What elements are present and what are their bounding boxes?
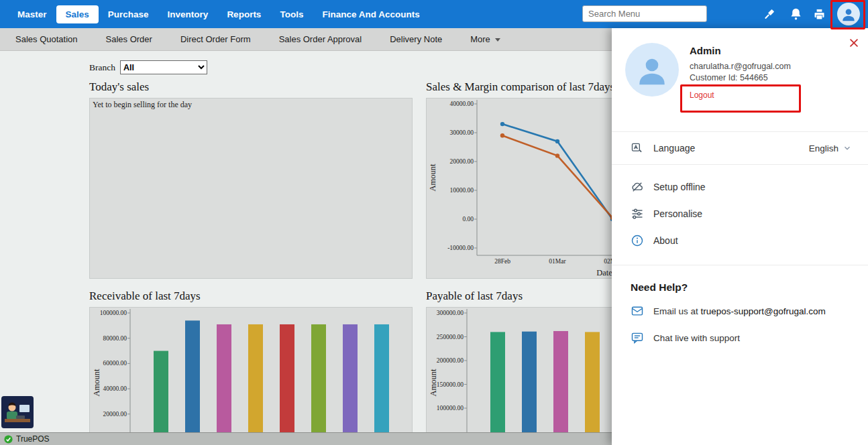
today-sales-box: Yet to begin selling for the day xyxy=(89,98,413,279)
top-navbar: Master Sales Purchase Inventory Reports … xyxy=(0,0,868,28)
gavel-icon[interactable] xyxy=(762,7,776,21)
menu-purchase[interactable]: Purchase xyxy=(99,5,158,23)
branch-select[interactable]: All xyxy=(120,60,207,74)
submenu-more[interactable]: More xyxy=(456,34,514,44)
branch-label: Branch xyxy=(89,62,115,73)
chat-support-link[interactable]: Chat live with support xyxy=(612,324,868,351)
svg-text:40000.00: 40000.00 xyxy=(449,101,474,107)
cloud-offline-icon xyxy=(631,180,644,194)
svg-text:28Feb: 28Feb xyxy=(494,258,510,265)
menu-inventory[interactable]: Inventory xyxy=(158,5,218,23)
svg-text:40000.00: 40000.00 xyxy=(103,385,127,392)
submenu-sales-order[interactable]: Sales Order xyxy=(92,34,166,44)
support-mascot-image[interactable] xyxy=(1,396,34,428)
receivable-title: Receivable of last 7days xyxy=(89,290,413,303)
svg-text:01Mar: 01Mar xyxy=(549,258,566,265)
receivable-panel: Receivable of last 7days 100000.0080000.… xyxy=(89,290,413,436)
chevron-down-icon xyxy=(843,143,852,153)
profile-avatar xyxy=(625,43,679,97)
receivable-chart: 100000.0080000.0060000.0040000.0020000.0… xyxy=(90,308,413,436)
menu-tools[interactable]: Tools xyxy=(270,5,313,23)
submenu-sales-quotation[interactable]: Sales Quotation xyxy=(1,34,92,44)
svg-text:10000.00: 10000.00 xyxy=(449,187,474,194)
svg-text:100000.00: 100000.00 xyxy=(100,310,127,316)
main-menu: Master Sales Purchase Inventory Reports … xyxy=(8,0,429,28)
help-heading: Need Help? xyxy=(631,281,868,294)
profile-menu: Setup offline Personalise About xyxy=(612,174,868,254)
menu-setup-offline-label: Setup offline xyxy=(653,182,706,192)
chat-support-label: Chat live with support xyxy=(653,333,740,343)
email-prefix: Email us at xyxy=(653,306,701,316)
profile-info: Admin charulatha.r@gofrugal.com Customer… xyxy=(690,44,791,100)
menu-about[interactable]: About xyxy=(612,227,868,254)
email-support-label: Email us at truepos-support@gofrugal.com xyxy=(653,306,826,316)
svg-text:0.00: 0.00 xyxy=(462,216,474,222)
svg-text:80000.00: 80000.00 xyxy=(103,335,127,342)
svg-text:300000.00: 300000.00 xyxy=(437,310,464,316)
svg-text:Amount: Amount xyxy=(429,369,438,397)
email-address: truepos-support@gofrugal.com xyxy=(701,306,826,316)
today-sales-title: Today's sales xyxy=(89,80,413,94)
user-avatar[interactable] xyxy=(837,3,860,25)
menu-finance-and-accounts[interactable]: Finance And Accounts xyxy=(313,5,429,23)
statusbar-app-label: TruePOS xyxy=(16,434,50,444)
svg-text:250000.00: 250000.00 xyxy=(437,334,464,340)
svg-text:60000.00: 60000.00 xyxy=(103,360,127,367)
language-row[interactable]: Language English xyxy=(612,131,868,165)
svg-text:200000.00: 200000.00 xyxy=(437,357,464,364)
info-icon xyxy=(631,234,644,247)
logout-link[interactable]: Logout xyxy=(690,90,791,100)
profile-panel: Admin charulatha.r@gofrugal.com Customer… xyxy=(612,28,868,445)
profile-header: Admin charulatha.r@gofrugal.com Customer… xyxy=(612,28,868,131)
language-icon xyxy=(631,141,644,155)
printer-icon[interactable] xyxy=(812,7,826,21)
language-label: Language xyxy=(653,143,695,153)
menu-personalise-label: Personalise xyxy=(653,208,702,219)
menu-personalise[interactable]: Personalise xyxy=(612,200,868,227)
svg-text:Date: Date xyxy=(596,268,612,277)
svg-text:30000.00: 30000.00 xyxy=(449,129,474,136)
email-icon xyxy=(631,304,644,318)
svg-text:100000.00: 100000.00 xyxy=(437,405,464,411)
chat-icon xyxy=(631,331,644,344)
branch-filter: Branch All xyxy=(89,60,207,74)
help-section: Need Help? Email us at truepos-support@g… xyxy=(612,281,868,351)
submenu-direct-order-form[interactable]: Direct Order Form xyxy=(166,34,265,44)
search-input[interactable] xyxy=(582,5,707,22)
sliders-icon xyxy=(631,207,644,220)
menu-sales[interactable]: Sales xyxy=(56,5,99,23)
app-window: Master Sales Purchase Inventory Reports … xyxy=(0,0,868,445)
language-value: English xyxy=(809,143,838,153)
submenu-delivery-note[interactable]: Delivery Note xyxy=(376,34,456,44)
today-sales-empty-text: Yet to begin selling for the day xyxy=(90,99,412,111)
bell-icon[interactable] xyxy=(789,7,803,21)
email-support-link[interactable]: Email us at truepos-support@gofrugal.com xyxy=(612,298,868,324)
receivable-box: 100000.0080000.0060000.0040000.0020000.0… xyxy=(89,307,413,436)
svg-text:Amount: Amount xyxy=(92,369,101,397)
svg-text:20000.00: 20000.00 xyxy=(103,411,127,418)
menu-reports[interactable]: Reports xyxy=(217,5,270,23)
divider xyxy=(612,265,868,265)
menu-about-label: About xyxy=(653,235,678,246)
profile-email: charulatha.r@gofrugal.com xyxy=(690,62,791,71)
svg-text:Amount: Amount xyxy=(428,164,437,192)
chevron-down-icon xyxy=(495,38,500,42)
menu-master[interactable]: Master xyxy=(8,5,56,23)
today-sales-panel: Today's sales Yet to begin selling for t… xyxy=(89,80,413,279)
svg-text:-10000.00: -10000.00 xyxy=(447,245,474,251)
profile-name: Admin xyxy=(690,44,791,58)
check-icon xyxy=(4,435,13,444)
profile-customer-id: Customer Id: 544665 xyxy=(690,73,791,82)
svg-text:20000.00: 20000.00 xyxy=(449,158,474,165)
menu-setup-offline[interactable]: Setup offline xyxy=(612,174,868,200)
submenu-more-label: More xyxy=(470,34,490,44)
submenu-sales-order-approval[interactable]: Sales Order Approval xyxy=(265,34,376,44)
svg-text:150000.00: 150000.00 xyxy=(437,381,464,388)
